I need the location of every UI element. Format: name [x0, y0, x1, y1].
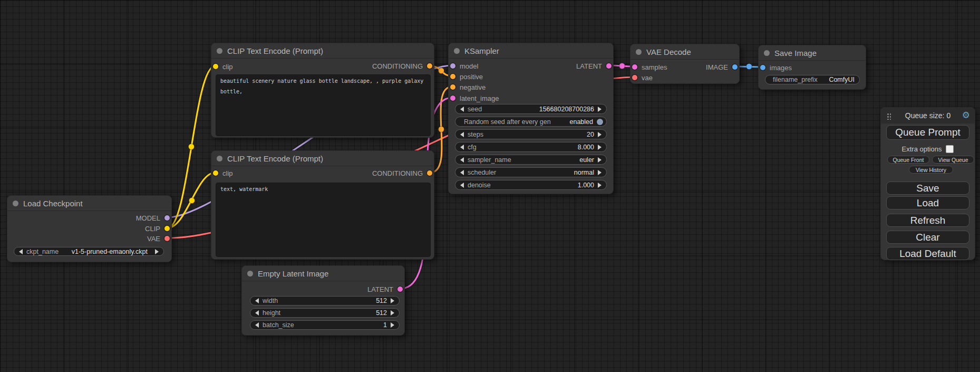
view-queue-button[interactable]: View Queue [932, 156, 974, 164]
prev-value-arrow-icon[interactable] [460, 157, 464, 163]
link-dot[interactable] [746, 64, 752, 70]
increment-arrow-icon[interactable] [391, 298, 394, 303]
load-button[interactable]: Load [886, 196, 969, 209]
filename-prefix-widget[interactable]: filename_prefix ComfyUI [765, 75, 860, 84]
increment-arrow-icon[interactable] [598, 132, 601, 137]
node-title-bar[interactable]: CLIP Text Encode (Prompt) [211, 43, 434, 59]
widget-label: batch_size [263, 321, 294, 329]
toggle-enabled-icon[interactable] [597, 119, 603, 125]
decrement-arrow-icon[interactable] [255, 310, 259, 316]
next-value-arrow-icon[interactable] [598, 157, 601, 163]
next-value-arrow-icon[interactable] [155, 249, 159, 254]
decrement-arrow-icon[interactable] [460, 183, 464, 188]
decrement-arrow-icon[interactable] [255, 298, 259, 303]
slot-label: vae [642, 74, 653, 82]
prev-value-arrow-icon[interactable] [460, 170, 464, 175]
decrement-arrow-icon[interactable] [460, 145, 464, 150]
link-dot[interactable] [619, 63, 625, 69]
node-save-image: Save Image images filename_prefix ComfyU… [758, 45, 866, 90]
image-output-dot[interactable] [732, 64, 738, 70]
node-empty-latent-image: Empty Latent Image LATENT width 512 heig… [241, 265, 405, 336]
node-title-bar[interactable]: Load Checkpoint [7, 196, 171, 211]
random-seed-toggle-widget[interactable]: Random seed after every gen enabled [455, 117, 607, 127]
slot-label: samples [642, 63, 667, 71]
negative-prompt-textarea[interactable]: text, watermark [216, 183, 431, 257]
queue-size-label: Queue size: 0 [881, 111, 975, 120]
clip-input-dot[interactable] [213, 64, 218, 69]
increment-arrow-icon[interactable] [391, 322, 394, 328]
node-title-bar[interactable]: CLIP Text Encode (Prompt) [211, 151, 434, 166]
increment-arrow-icon[interactable] [598, 107, 601, 112]
collapse-dot-icon[interactable] [13, 201, 18, 206]
collapse-dot-icon[interactable] [217, 156, 222, 161]
link-dot[interactable] [439, 127, 444, 132]
batch-size-widget[interactable]: batch_size 1 [250, 320, 400, 330]
latent-output-dot[interactable] [397, 287, 403, 292]
decrement-arrow-icon[interactable] [460, 132, 464, 137]
samples-input-dot[interactable] [632, 64, 637, 70]
link-dot[interactable] [189, 198, 195, 204]
extra-options-checkbox[interactable] [946, 145, 954, 153]
latent-output-dot[interactable] [606, 63, 612, 69]
settings-gear-icon[interactable]: ⚙ [962, 110, 970, 121]
height-widget[interactable]: height 512 [250, 308, 400, 318]
negative-input-dot[interactable] [450, 84, 455, 90]
latent-image-input-dot[interactable] [450, 96, 455, 101]
positive-prompt-textarea[interactable]: beautiful scenery nature glass bottle la… [216, 74, 431, 136]
view-history-button[interactable]: View History [909, 166, 953, 174]
positive-input-dot[interactable] [450, 74, 455, 79]
increment-arrow-icon[interactable] [598, 145, 601, 150]
increment-arrow-icon[interactable] [598, 183, 601, 188]
node-title-bar[interactable]: Empty Latent Image [242, 266, 404, 281]
width-widget[interactable]: width 512 [250, 296, 400, 306]
node-title: Load Checkpoint [23, 199, 83, 208]
collapse-dot-icon[interactable] [454, 48, 460, 54]
seed-widget[interactable]: seed 156680208700286 [455, 104, 607, 114]
collapse-dot-icon[interactable] [764, 50, 770, 56]
denoise-widget[interactable]: denoise 1.000 [455, 180, 607, 190]
collapse-dot-icon[interactable] [636, 49, 642, 55]
slot-label: CLIP [145, 225, 160, 233]
scheduler-widget[interactable]: scheduler normal [455, 167, 607, 177]
input-slot-latent-image: latent_image [449, 94, 499, 102]
increment-arrow-icon[interactable] [391, 310, 394, 316]
sampler-name-widget[interactable]: sampler_name euler [455, 155, 607, 165]
queue-prompt-button[interactable]: Queue Prompt [886, 125, 969, 140]
prev-value-arrow-icon[interactable] [19, 249, 23, 254]
link-dot[interactable] [189, 144, 195, 150]
output-slot-latent: LATENT [367, 285, 404, 293]
input-slot-model: model [449, 62, 478, 70]
widget-label: scheduler [468, 169, 496, 176]
load-default-button[interactable]: Load Default [886, 247, 969, 260]
clip-output-dot[interactable] [164, 226, 170, 231]
vae-input-dot[interactable] [632, 75, 637, 80]
collapse-dot-icon[interactable] [247, 271, 253, 276]
node-title: KSampler [464, 46, 499, 55]
next-value-arrow-icon[interactable] [598, 170, 601, 175]
vae-output-dot[interactable] [164, 236, 170, 241]
link-dot[interactable] [439, 68, 444, 74]
clear-button[interactable]: Clear [886, 231, 969, 244]
node-clip-text-encode-negative: CLIP Text Encode (Prompt) clip CONDITION… [211, 150, 434, 260]
node-title-bar[interactable]: Save Image [759, 45, 866, 61]
node-title-bar[interactable]: KSampler [449, 43, 613, 59]
cfg-widget[interactable]: cfg 8.000 [455, 142, 607, 152]
refresh-button[interactable]: Refresh [886, 214, 969, 227]
collapse-dot-icon[interactable] [217, 48, 222, 54]
node-title-bar[interactable]: VAE Decode [630, 44, 739, 60]
steps-widget[interactable]: steps 20 [455, 129, 607, 139]
conditioning-output-dot[interactable] [427, 63, 432, 69]
conditioning-output-dot[interactable] [427, 170, 432, 176]
queue-front-button[interactable]: Queue Front [887, 156, 929, 164]
ckpt-name-widget[interactable]: ckpt_name v1-5-pruned-emaonly.ckpt [14, 247, 164, 256]
widget-label: filename_prefix [773, 76, 818, 83]
model-input-dot[interactable] [450, 63, 455, 69]
widget-label: height [263, 309, 280, 317]
decrement-arrow-icon[interactable] [460, 107, 464, 112]
clip-input-dot[interactable] [213, 170, 218, 176]
model-output-dot[interactable] [164, 215, 170, 221]
images-input-dot[interactable] [760, 65, 765, 70]
slot-label: VAE [147, 235, 160, 243]
decrement-arrow-icon[interactable] [255, 322, 259, 328]
save-button[interactable]: Save [886, 182, 969, 195]
